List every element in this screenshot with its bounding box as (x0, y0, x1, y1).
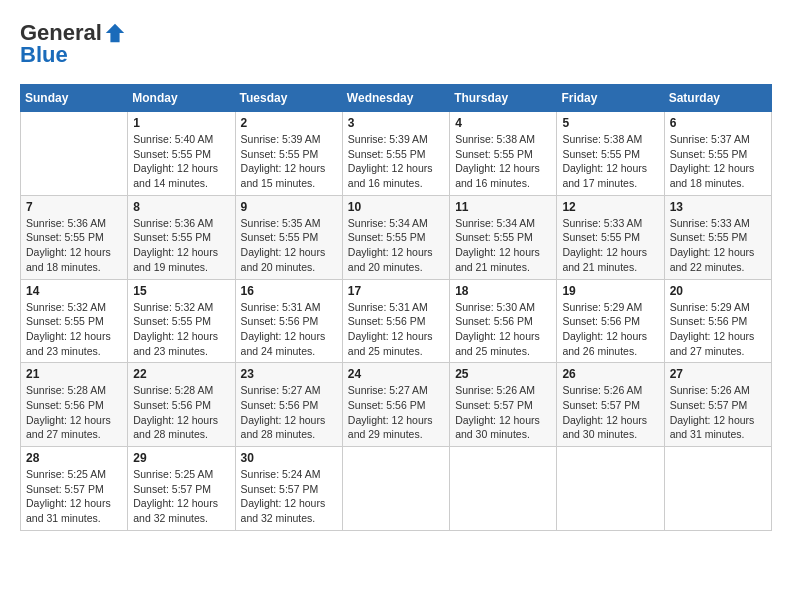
day-detail: Sunrise: 5:29 AM Sunset: 5:56 PM Dayligh… (670, 300, 766, 359)
day-detail: Sunrise: 5:35 AM Sunset: 5:55 PM Dayligh… (241, 216, 337, 275)
day-detail: Sunrise: 5:28 AM Sunset: 5:56 PM Dayligh… (133, 383, 229, 442)
calendar-body: 1Sunrise: 5:40 AM Sunset: 5:55 PM Daylig… (21, 112, 772, 531)
logo-blue-text: Blue (20, 42, 68, 68)
day-detail: Sunrise: 5:36 AM Sunset: 5:55 PM Dayligh… (133, 216, 229, 275)
calendar-cell: 23Sunrise: 5:27 AM Sunset: 5:56 PM Dayli… (235, 363, 342, 447)
day-detail: Sunrise: 5:33 AM Sunset: 5:55 PM Dayligh… (670, 216, 766, 275)
calendar-cell: 20Sunrise: 5:29 AM Sunset: 5:56 PM Dayli… (664, 279, 771, 363)
day-number: 18 (455, 284, 551, 298)
day-number: 25 (455, 367, 551, 381)
day-number: 13 (670, 200, 766, 214)
calendar-day-header: Wednesday (342, 85, 449, 112)
day-number: 19 (562, 284, 658, 298)
day-number: 26 (562, 367, 658, 381)
day-number: 12 (562, 200, 658, 214)
calendar-cell: 25Sunrise: 5:26 AM Sunset: 5:57 PM Dayli… (450, 363, 557, 447)
day-number: 28 (26, 451, 122, 465)
calendar-header-row: SundayMondayTuesdayWednesdayThursdayFrid… (21, 85, 772, 112)
calendar-week-row: 14Sunrise: 5:32 AM Sunset: 5:55 PM Dayli… (21, 279, 772, 363)
day-detail: Sunrise: 5:31 AM Sunset: 5:56 PM Dayligh… (348, 300, 444, 359)
day-detail: Sunrise: 5:34 AM Sunset: 5:55 PM Dayligh… (348, 216, 444, 275)
calendar-cell: 9Sunrise: 5:35 AM Sunset: 5:55 PM Daylig… (235, 195, 342, 279)
calendar-cell: 5Sunrise: 5:38 AM Sunset: 5:55 PM Daylig… (557, 112, 664, 196)
calendar-cell: 8Sunrise: 5:36 AM Sunset: 5:55 PM Daylig… (128, 195, 235, 279)
day-detail: Sunrise: 5:28 AM Sunset: 5:56 PM Dayligh… (26, 383, 122, 442)
day-number: 29 (133, 451, 229, 465)
day-number: 23 (241, 367, 337, 381)
day-detail: Sunrise: 5:38 AM Sunset: 5:55 PM Dayligh… (562, 132, 658, 191)
day-number: 3 (348, 116, 444, 130)
calendar-cell (21, 112, 128, 196)
day-detail: Sunrise: 5:30 AM Sunset: 5:56 PM Dayligh… (455, 300, 551, 359)
calendar-cell (664, 447, 771, 531)
calendar-day-header: Monday (128, 85, 235, 112)
day-detail: Sunrise: 5:38 AM Sunset: 5:55 PM Dayligh… (455, 132, 551, 191)
day-detail: Sunrise: 5:26 AM Sunset: 5:57 PM Dayligh… (562, 383, 658, 442)
day-number: 27 (670, 367, 766, 381)
calendar-cell: 28Sunrise: 5:25 AM Sunset: 5:57 PM Dayli… (21, 447, 128, 531)
calendar-cell: 26Sunrise: 5:26 AM Sunset: 5:57 PM Dayli… (557, 363, 664, 447)
day-number: 7 (26, 200, 122, 214)
day-detail: Sunrise: 5:32 AM Sunset: 5:55 PM Dayligh… (133, 300, 229, 359)
calendar-cell (342, 447, 449, 531)
day-number: 15 (133, 284, 229, 298)
calendar-cell: 30Sunrise: 5:24 AM Sunset: 5:57 PM Dayli… (235, 447, 342, 531)
day-detail: Sunrise: 5:29 AM Sunset: 5:56 PM Dayligh… (562, 300, 658, 359)
calendar-cell: 4Sunrise: 5:38 AM Sunset: 5:55 PM Daylig… (450, 112, 557, 196)
page-header: General Blue (20, 20, 772, 68)
day-detail: Sunrise: 5:40 AM Sunset: 5:55 PM Dayligh… (133, 132, 229, 191)
calendar-cell: 7Sunrise: 5:36 AM Sunset: 5:55 PM Daylig… (21, 195, 128, 279)
day-number: 21 (26, 367, 122, 381)
calendar-table: SundayMondayTuesdayWednesdayThursdayFrid… (20, 84, 772, 531)
calendar-cell (557, 447, 664, 531)
logo: General Blue (20, 20, 128, 68)
calendar-cell: 10Sunrise: 5:34 AM Sunset: 5:55 PM Dayli… (342, 195, 449, 279)
calendar-week-row: 21Sunrise: 5:28 AM Sunset: 5:56 PM Dayli… (21, 363, 772, 447)
day-detail: Sunrise: 5:33 AM Sunset: 5:55 PM Dayligh… (562, 216, 658, 275)
calendar-cell: 11Sunrise: 5:34 AM Sunset: 5:55 PM Dayli… (450, 195, 557, 279)
day-number: 14 (26, 284, 122, 298)
calendar-day-header: Thursday (450, 85, 557, 112)
day-detail: Sunrise: 5:26 AM Sunset: 5:57 PM Dayligh… (455, 383, 551, 442)
svg-marker-0 (106, 24, 124, 42)
day-number: 24 (348, 367, 444, 381)
calendar-cell: 29Sunrise: 5:25 AM Sunset: 5:57 PM Dayli… (128, 447, 235, 531)
calendar-cell: 27Sunrise: 5:26 AM Sunset: 5:57 PM Dayli… (664, 363, 771, 447)
day-detail: Sunrise: 5:27 AM Sunset: 5:56 PM Dayligh… (241, 383, 337, 442)
day-detail: Sunrise: 5:34 AM Sunset: 5:55 PM Dayligh… (455, 216, 551, 275)
calendar-cell: 12Sunrise: 5:33 AM Sunset: 5:55 PM Dayli… (557, 195, 664, 279)
day-number: 10 (348, 200, 444, 214)
day-number: 16 (241, 284, 337, 298)
day-detail: Sunrise: 5:39 AM Sunset: 5:55 PM Dayligh… (348, 132, 444, 191)
day-number: 22 (133, 367, 229, 381)
day-number: 2 (241, 116, 337, 130)
day-number: 20 (670, 284, 766, 298)
calendar-cell: 16Sunrise: 5:31 AM Sunset: 5:56 PM Dayli… (235, 279, 342, 363)
day-number: 17 (348, 284, 444, 298)
calendar-cell: 3Sunrise: 5:39 AM Sunset: 5:55 PM Daylig… (342, 112, 449, 196)
day-detail: Sunrise: 5:37 AM Sunset: 5:55 PM Dayligh… (670, 132, 766, 191)
day-number: 6 (670, 116, 766, 130)
calendar-day-header: Saturday (664, 85, 771, 112)
calendar-cell: 22Sunrise: 5:28 AM Sunset: 5:56 PM Dayli… (128, 363, 235, 447)
day-number: 4 (455, 116, 551, 130)
calendar-cell: 1Sunrise: 5:40 AM Sunset: 5:55 PM Daylig… (128, 112, 235, 196)
day-detail: Sunrise: 5:32 AM Sunset: 5:55 PM Dayligh… (26, 300, 122, 359)
calendar-cell: 6Sunrise: 5:37 AM Sunset: 5:55 PM Daylig… (664, 112, 771, 196)
calendar-cell: 17Sunrise: 5:31 AM Sunset: 5:56 PM Dayli… (342, 279, 449, 363)
logo-icon (104, 22, 126, 44)
calendar-cell: 24Sunrise: 5:27 AM Sunset: 5:56 PM Dayli… (342, 363, 449, 447)
day-detail: Sunrise: 5:31 AM Sunset: 5:56 PM Dayligh… (241, 300, 337, 359)
day-number: 11 (455, 200, 551, 214)
day-number: 1 (133, 116, 229, 130)
day-detail: Sunrise: 5:39 AM Sunset: 5:55 PM Dayligh… (241, 132, 337, 191)
calendar-day-header: Friday (557, 85, 664, 112)
calendar-week-row: 1Sunrise: 5:40 AM Sunset: 5:55 PM Daylig… (21, 112, 772, 196)
calendar-day-header: Sunday (21, 85, 128, 112)
calendar-week-row: 28Sunrise: 5:25 AM Sunset: 5:57 PM Dayli… (21, 447, 772, 531)
day-detail: Sunrise: 5:24 AM Sunset: 5:57 PM Dayligh… (241, 467, 337, 526)
day-detail: Sunrise: 5:25 AM Sunset: 5:57 PM Dayligh… (133, 467, 229, 526)
day-detail: Sunrise: 5:25 AM Sunset: 5:57 PM Dayligh… (26, 467, 122, 526)
day-detail: Sunrise: 5:27 AM Sunset: 5:56 PM Dayligh… (348, 383, 444, 442)
day-number: 5 (562, 116, 658, 130)
